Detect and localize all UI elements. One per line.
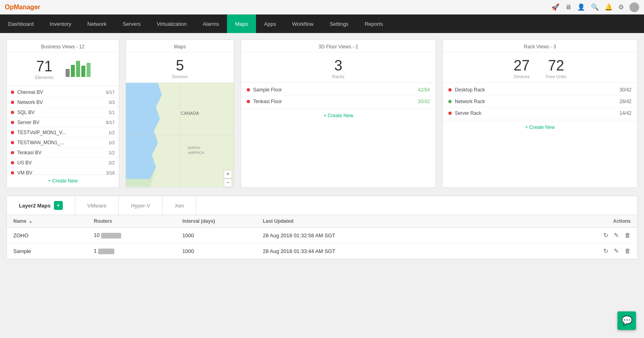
- refresh-icon[interactable]: ↻: [603, 247, 609, 254]
- row-actions: ↻ ✎ 🗑: [582, 232, 631, 239]
- bv-list-item[interactable]: VM BV 3/18: [7, 168, 119, 174]
- floor-list: Sample Floor 42/84 Tenkasi Floor 30/42: [241, 83, 436, 109]
- bv-list-item[interactable]: SQL BV 1/1: [7, 108, 119, 118]
- delete-icon[interactable]: 🗑: [625, 232, 631, 238]
- maps-summary: 5 Devices: [126, 52, 234, 83]
- row-actions: ↻ ✎ 🗑: [582, 247, 631, 255]
- floor-item-name: Tenkasi Floor: [253, 99, 418, 104]
- row-name: ZOHO: [13, 232, 94, 238]
- col-header-updated: Last Updated: [263, 218, 582, 224]
- tab-vmware[interactable]: VMware: [75, 196, 119, 215]
- row-routers: 1: [94, 248, 182, 254]
- edit-icon[interactable]: ✎: [614, 232, 619, 238]
- rack-item-name: Server Rack: [455, 110, 619, 116]
- rack-list-item[interactable]: Server Rack 14/42: [443, 108, 637, 119]
- bv-item-name: Network BV: [17, 100, 109, 105]
- bv-dot: [11, 111, 14, 114]
- bv-item-value: 1/1: [109, 110, 115, 115]
- bv-bar-2: [71, 65, 75, 77]
- bv-list-item[interactable]: Chennai BV 6/17: [7, 87, 119, 97]
- floor-list-item[interactable]: Sample Floor 42/84: [241, 84, 436, 96]
- nav-network[interactable]: Network: [79, 15, 115, 33]
- sort-arrow: ▲: [29, 219, 33, 224]
- floor-create-new[interactable]: + Create New: [241, 109, 436, 122]
- nav-apps[interactable]: Apps: [256, 15, 284, 33]
- monitor-icon[interactable]: 🖥: [565, 4, 572, 11]
- table-row: ZOHO 10 1000 28 Aug 2018 01:32:58 AM SGT…: [7, 228, 637, 243]
- map-visual[interactable]: CANADA NORTH AMERICA + −: [126, 83, 234, 187]
- nav-inventory[interactable]: Inventory: [42, 15, 79, 33]
- floor-item-value: 30/42: [418, 99, 430, 104]
- rack-free-units-count: 72: [546, 57, 566, 74]
- bv-elements: 71 Elements: [35, 58, 54, 80]
- rack-item-name: Network Rack: [455, 99, 619, 104]
- maps-card: Maps 5 Devices CANADA NORTH AMERICA: [126, 39, 234, 188]
- search-icon[interactable]: 🔍: [591, 3, 599, 11]
- bv-item-name: TESTWAN_MON1_...: [17, 140, 109, 145]
- settings-icon[interactable]: ⚙: [618, 3, 624, 11]
- bv-item-value: 6/17: [106, 90, 115, 95]
- rack-devices-count: 27: [514, 57, 530, 74]
- tab-hyperv[interactable]: Hyper-V: [119, 196, 163, 215]
- rack-list-item[interactable]: Desktop Rack 30/42: [443, 84, 637, 96]
- floor-list-item[interactable]: Tenkasi Floor 30/42: [241, 96, 436, 108]
- bv-list-item[interactable]: US BV 2/2: [7, 158, 119, 168]
- bv-list-item[interactable]: Network BV 3/3: [7, 97, 119, 108]
- bv-bar-5: [87, 63, 91, 77]
- router-bar: [101, 233, 121, 238]
- bv-item-name: TESTVoIP_MON1_V...: [17, 130, 109, 135]
- table-rows: ZOHO 10 1000 28 Aug 2018 01:32:58 AM SGT…: [7, 228, 637, 259]
- col-header-routers: Routers: [94, 218, 182, 224]
- refresh-icon[interactable]: ↻: [603, 232, 609, 238]
- bv-list-item[interactable]: TESTVoIP_MON1_V... 1/2: [7, 128, 119, 138]
- nav-settings[interactable]: Settings: [322, 15, 357, 33]
- bv-dot: [11, 141, 14, 144]
- router-bar: [98, 249, 114, 254]
- bv-item-value: 1/2: [109, 130, 115, 135]
- nav-maps[interactable]: Maps: [227, 15, 256, 33]
- svg-text:AMERICA: AMERICA: [188, 151, 204, 155]
- bottom-section: Layer2 Maps + VMware Hyper-V Xen Name ▲ …: [6, 196, 638, 259]
- add-layer2-button[interactable]: +: [54, 201, 63, 210]
- rack-views-card: Rack Views - 3 27 Devices 72 Free Units …: [442, 39, 638, 188]
- svg-text:NORTH: NORTH: [188, 146, 200, 150]
- floor-views-title: 3D Floor Views - 2: [241, 40, 436, 52]
- delete-icon[interactable]: 🗑: [625, 247, 631, 254]
- tab-layer2-maps[interactable]: Layer2 Maps +: [7, 196, 75, 215]
- rack-free-units: 72 Free Units: [546, 57, 566, 79]
- tab-vmware-label: VMware: [87, 203, 107, 209]
- nav-reports[interactable]: Reports: [357, 15, 391, 33]
- bell-icon[interactable]: 🔔: [605, 3, 613, 11]
- svg-text:−: −: [226, 179, 229, 186]
- rack-views-title: Rack Views - 3: [443, 40, 637, 52]
- nav-servers[interactable]: Servers: [115, 15, 149, 33]
- col-header-actions: Actions: [582, 218, 631, 224]
- user-icon[interactable]: 👤: [577, 3, 585, 11]
- bv-item-value: 1/2: [109, 140, 115, 145]
- svg-text:CANADA: CANADA: [181, 111, 199, 116]
- bv-elements-count: 71: [35, 58, 54, 75]
- bv-create-new[interactable]: + Create New: [7, 174, 119, 187]
- edit-icon[interactable]: ✎: [614, 247, 619, 254]
- bv-list-item[interactable]: Tenkasi BV 1/2: [7, 148, 119, 158]
- nav-dashboard[interactable]: Dashboard: [0, 15, 42, 33]
- rocket-icon[interactable]: 🚀: [551, 3, 559, 11]
- nav-virtualization[interactable]: Virtualization: [149, 15, 195, 33]
- bv-list-item[interactable]: TESTWAN_MON1_... 1/2: [7, 138, 119, 148]
- tab-xen[interactable]: Xen: [163, 196, 196, 215]
- rack-create-new[interactable]: + Create New: [443, 121, 637, 133]
- bv-list-item[interactable]: Server BV 6/17: [7, 118, 119, 128]
- nav-alarms[interactable]: Alarms: [195, 15, 227, 33]
- rack-list: Desktop Rack 30/42 Network Rack 28/42 Se…: [443, 83, 637, 121]
- nav-workflow[interactable]: Workflow: [284, 15, 322, 33]
- bv-dot: [11, 171, 14, 174]
- bv-item-name: VM BV: [17, 170, 106, 174]
- rack-list-item[interactable]: Network Rack 28/42: [443, 96, 637, 108]
- cards-row: Business Views - 12 71 Elements Chennai …: [6, 39, 638, 188]
- bv-dot: [11, 91, 14, 94]
- bv-dot: [11, 151, 14, 154]
- bv-list: Chennai BV 6/17 Network BV 3/3 SQL BV 1/…: [7, 86, 119, 174]
- rack-summary: 27 Devices 72 Free Units: [443, 52, 637, 83]
- bv-item-name: SQL BV: [17, 110, 109, 115]
- bv-chart: [66, 61, 91, 77]
